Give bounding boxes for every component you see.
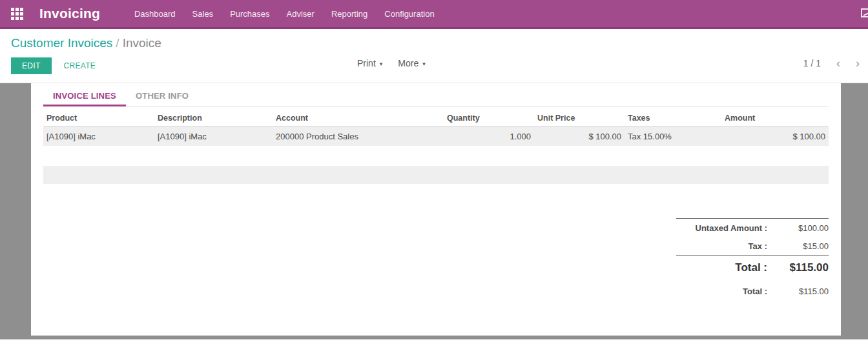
column-header-product[interactable]: Product: [43, 110, 154, 127]
tab-invoice-lines[interactable]: INVOICE LINES: [43, 86, 126, 106]
form-sheet: INVOICE LINES OTHER INFO Product Descrip…: [31, 83, 841, 336]
table-header-row: Product Description Account Quantity Uni…: [43, 110, 829, 127]
invoice-line-row[interactable]: [A1090] iMac [A1090] iMac 200000 Product…: [43, 127, 829, 146]
edit-button[interactable]: EDIT: [11, 57, 52, 74]
menu-item-configuration[interactable]: Configuration: [376, 1, 442, 27]
breadcrumb-current: Invoice: [123, 36, 161, 50]
pager-value[interactable]: 1 / 1: [803, 58, 821, 68]
column-header-unit-price[interactable]: Unit Price: [534, 110, 625, 127]
button-row: EDIT CREATE Print ▾ More ▾ 1 / 1 ‹ ›: [11, 56, 868, 75]
tab-other-info[interactable]: OTHER INFO: [126, 86, 198, 106]
cell-amount: $ 100.00: [721, 127, 829, 146]
breadcrumb-customer-invoices[interactable]: Customer Invoices: [11, 36, 112, 50]
menu-item-adviser[interactable]: Adviser: [278, 1, 323, 27]
column-header-account[interactable]: Account: [273, 110, 444, 127]
amount-due-value: $115.00: [767, 287, 829, 296]
content-area: INVOICE LINES OTHER INFO Product Descrip…: [0, 83, 868, 339]
messages-envelope-icon[interactable]: [861, 8, 868, 17]
breadcrumb: Customer Invoices/Invoice: [11, 36, 868, 50]
menu-item-dashboard[interactable]: Dashboard: [126, 1, 184, 27]
tax-row: Tax : $15.00: [676, 237, 829, 255]
column-header-description[interactable]: Description: [154, 110, 273, 127]
top-navbar: Invoicing Dashboard Sales Purchases Advi…: [0, 0, 868, 29]
total-value: $115.00: [767, 261, 829, 274]
empty-list-row-stripe: [43, 166, 829, 184]
pager: 1 / 1 ‹ ›: [803, 57, 860, 69]
cell-taxes: Tax 15.00%: [625, 127, 721, 146]
empty-list-row: [43, 146, 829, 166]
chevron-down-icon: ▾: [380, 59, 383, 67]
breadcrumb-separator: /: [112, 36, 122, 50]
cell-product: [A1090] iMac: [43, 127, 154, 146]
amount-due-label: Total :: [676, 287, 767, 296]
app-title: Invoicing: [39, 6, 100, 21]
tax-value: $15.00: [767, 241, 829, 251]
pager-next-icon[interactable]: ›: [856, 57, 860, 69]
main-menu: Dashboard Sales Purchases Adviser Report…: [126, 1, 443, 27]
create-button[interactable]: CREATE: [64, 61, 96, 70]
cell-account: 200000 Product Sales: [273, 127, 444, 146]
print-dropdown[interactable]: Print ▾: [357, 58, 382, 68]
menu-item-sales[interactable]: Sales: [184, 1, 222, 27]
untaxed-amount-row: Untaxed Amount : $100.00: [676, 219, 829, 237]
menu-item-reporting[interactable]: Reporting: [323, 1, 376, 27]
notebook-tabs: INVOICE LINES OTHER INFO: [43, 86, 829, 106]
invoice-lines-table: Product Description Account Quantity Uni…: [43, 110, 829, 146]
total-label: Total :: [676, 261, 767, 274]
apps-menu-icon[interactable]: [11, 8, 23, 20]
column-header-quantity[interactable]: Quantity: [444, 110, 534, 127]
more-dropdown[interactable]: More ▾: [398, 58, 425, 68]
pager-previous-icon[interactable]: ‹: [836, 57, 840, 69]
menu-item-purchases[interactable]: Purchases: [222, 1, 278, 27]
action-dropdowns: Print ▾ More ▾: [357, 58, 441, 68]
cell-quantity: 1.000: [444, 127, 534, 146]
column-header-amount[interactable]: Amount: [721, 110, 829, 127]
untaxed-amount-value: $100.00: [767, 223, 829, 233]
cell-unit-price: $ 100.00: [534, 127, 625, 146]
cell-description: [A1090] iMac: [154, 127, 273, 146]
chevron-down-icon: ▾: [422, 59, 426, 67]
totals-block: Untaxed Amount : $100.00 Tax : $15.00 To…: [676, 218, 829, 301]
total-row: Total : $115.00: [676, 256, 829, 280]
amount-due-row: Total : $115.00: [676, 281, 829, 301]
untaxed-amount-label: Untaxed Amount :: [676, 223, 767, 233]
column-header-taxes[interactable]: Taxes: [625, 110, 721, 127]
tax-label: Tax :: [676, 241, 767, 251]
control-panel: Customer Invoices/Invoice EDIT CREATE Pr…: [0, 29, 868, 83]
